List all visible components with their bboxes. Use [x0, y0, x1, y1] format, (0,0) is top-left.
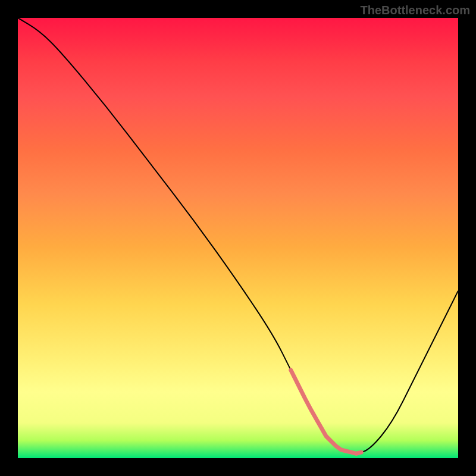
- chart-container: [18, 18, 458, 458]
- chart-svg: [18, 18, 458, 458]
- bottleneck-curve: [18, 18, 458, 453]
- watermark-text: TheBottleneck.com: [361, 4, 470, 17]
- optimal-range-highlight: [291, 370, 361, 453]
